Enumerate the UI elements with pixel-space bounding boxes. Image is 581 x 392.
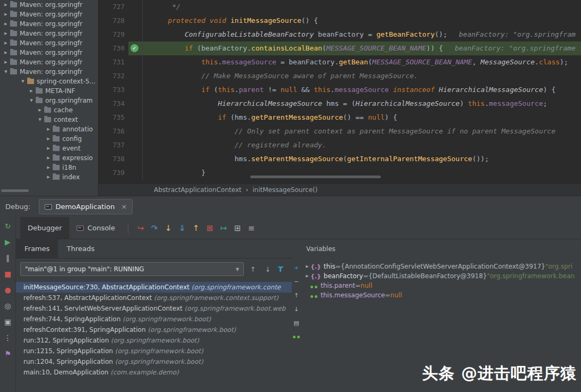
watch-row[interactable]: this.messageSource = null xyxy=(301,290,581,300)
code-line-729[interactable]: 729 ConfigurableListableBeanFactory bean… xyxy=(99,28,581,41)
gutter[interactable] xyxy=(128,55,143,69)
stack-frame-row[interactable]: refresh:744, SpringApplication (org.spri… xyxy=(16,314,292,324)
chevron-right-icon[interactable]: ▶ xyxy=(28,89,35,93)
step-out-icon[interactable]: ↑ xyxy=(189,223,203,233)
watch-row[interactable]: this.parent = null xyxy=(301,281,581,290)
tree-item[interactable]: ▼Maven: org.springfr xyxy=(0,67,98,77)
tree-item[interactable]: ▶Maven: org.springfr xyxy=(0,10,98,19)
tree-item[interactable]: ▶Maven: org.springfr xyxy=(0,38,98,48)
chevron-right-icon[interactable]: ▶ xyxy=(304,274,310,278)
gutter[interactable] xyxy=(128,124,143,138)
stop-icon[interactable]: ■ xyxy=(3,269,13,279)
code-line-730[interactable]: 730✓ if (beanFactory.containsLocalBean(M… xyxy=(99,41,581,55)
previous-frame-icon[interactable]: ↑ xyxy=(247,265,259,273)
tree-item[interactable]: ▶index xyxy=(0,172,98,182)
breakpoint-verified-icon[interactable]: ✓ xyxy=(130,44,138,52)
line-number[interactable]: 730 xyxy=(99,41,128,55)
tree-item[interactable]: ▶Maven: org.springfr xyxy=(0,19,98,29)
scroll-down-icon[interactable]: ↓ xyxy=(292,305,301,314)
pin-icon[interactable]: ⚑ xyxy=(3,348,13,359)
tree-scrollbar-thumb[interactable] xyxy=(1,189,29,192)
tree-item[interactable]: ▼org.springfram xyxy=(0,96,98,105)
pause-icon[interactable]: ∥ xyxy=(3,253,13,263)
chevron-down-icon[interactable]: ▼ xyxy=(28,98,35,103)
rerun-icon[interactable]: ↻ xyxy=(3,221,13,231)
breadcrumb-method[interactable]: initMessageSource() xyxy=(252,186,317,194)
step-into-icon[interactable]: ↓ xyxy=(161,223,175,233)
tree-item[interactable]: ▶Maven: org.springfr xyxy=(0,0,98,10)
gutter[interactable] xyxy=(128,69,143,83)
chevron-right-icon[interactable]: ▶ xyxy=(2,12,10,16)
add-watch-icon[interactable]: + xyxy=(292,264,301,272)
tab-demo-application[interactable]: DemoApplication × xyxy=(39,199,133,214)
line-number[interactable]: 731 xyxy=(99,55,128,69)
tree-item[interactable]: ▶annotatio xyxy=(0,124,98,134)
variable-row[interactable]: ▶{.}beanFactory = {DefaultListableBeanFa… xyxy=(301,271,581,281)
code-line-732[interactable]: 732 // Make MessageSource aware of paren… xyxy=(99,69,581,83)
line-number[interactable]: 727 xyxy=(99,0,128,14)
gutter[interactable] xyxy=(128,111,143,124)
gutter[interactable] xyxy=(128,138,143,152)
copy-stack-icon[interactable]: ▤ xyxy=(292,319,301,328)
chevron-right-icon[interactable]: ▶ xyxy=(2,60,10,64)
chevron-right-icon[interactable]: ▶ xyxy=(2,22,10,26)
stack-frame-row[interactable]: refresh:141, ServletWebServerApplication… xyxy=(16,303,292,314)
chevron-right-icon[interactable]: ▶ xyxy=(2,41,10,45)
chevron-right-icon[interactable]: ▶ xyxy=(45,137,52,141)
line-number[interactable]: 729 xyxy=(99,28,128,41)
chevron-right-icon[interactable]: ▶ xyxy=(45,127,52,131)
line-number[interactable]: 728 xyxy=(99,14,128,28)
gutter[interactable] xyxy=(128,166,143,180)
run-to-cursor-icon[interactable]: ↦ xyxy=(217,223,231,233)
chevron-right-icon[interactable]: ▶ xyxy=(2,51,10,55)
evaluate-expression-icon[interactable]: ⊞ xyxy=(231,223,244,233)
stack-frame-row[interactable]: run:1215, SpringApplication (org.springf… xyxy=(16,346,292,356)
tree-item[interactable]: ▶event xyxy=(0,144,98,153)
step-over-icon[interactable]: ↷ xyxy=(148,223,161,233)
chevron-right-icon[interactable]: ▶ xyxy=(2,31,10,36)
force-step-into-icon[interactable]: ⇓ xyxy=(175,223,189,233)
tree-item[interactable]: ▶Maven: org.springfr xyxy=(0,48,98,57)
chevron-right-icon[interactable]: ▶ xyxy=(45,165,52,170)
tab-threads[interactable]: Threads xyxy=(58,239,103,258)
line-number[interactable]: 732 xyxy=(99,69,128,83)
code-line-733[interactable]: 733 if (this.parent != null && this.mess… xyxy=(99,83,581,97)
chevron-right-icon[interactable]: ▶ xyxy=(36,108,44,112)
line-number[interactable]: 736 xyxy=(99,124,128,138)
gutter[interactable] xyxy=(128,83,143,97)
line-number[interactable]: 734 xyxy=(99,97,128,111)
code-line-738[interactable]: 738 hms.setParentMessageSource(getIntern… xyxy=(99,152,581,166)
line-number[interactable]: 739 xyxy=(99,166,128,180)
filter-frames-icon[interactable] xyxy=(277,265,284,273)
code-line-727[interactable]: 727 */ xyxy=(99,0,581,14)
collapse-icon[interactable]: − xyxy=(292,278,301,286)
tab-console[interactable]: Console xyxy=(69,217,122,239)
tree-item[interactable]: ▶i18n xyxy=(0,163,98,172)
editor-hscrollbar-thumb[interactable] xyxy=(250,176,381,178)
code-line-734[interactable]: 734 HierarchicalMessageSource hms = (Hie… xyxy=(99,97,581,111)
hide-library-frames-icon[interactable] xyxy=(293,336,300,338)
line-number[interactable]: 735 xyxy=(99,111,128,124)
stack-frame-row[interactable]: main:10, DemoApplication (com.example.de… xyxy=(16,367,292,378)
settings-icon[interactable]: ≡ xyxy=(244,223,258,233)
tree-item[interactable]: ▼context xyxy=(0,115,98,124)
view-breakpoints-icon[interactable]: ● xyxy=(3,285,13,295)
scroll-up-icon[interactable]: ↑ xyxy=(292,291,301,300)
stack-frame-row[interactable]: initMessageSource:730, AbstractApplicati… xyxy=(16,282,292,293)
mute-breakpoints-icon[interactable]: ◎ xyxy=(3,301,13,311)
code-line-728[interactable]: 728 protected void initMessageSource() { xyxy=(99,14,581,28)
tree-item[interactable]: ▶expressio xyxy=(0,153,98,163)
code-line-736[interactable]: 736 // Only set parent context as parent… xyxy=(99,124,581,138)
tab-frames[interactable]: Frames xyxy=(16,239,58,258)
tab-debugger[interactable]: Debugger xyxy=(20,217,69,239)
gutter[interactable] xyxy=(128,0,143,14)
code-line-735[interactable]: 735 if (hms.getParentMessageSource() == … xyxy=(99,111,581,124)
stack-frame-row[interactable]: run:1204, SpringApplication (org.springf… xyxy=(16,356,292,367)
chevron-right-icon[interactable]: ▶ xyxy=(45,175,52,179)
chevron-right-icon[interactable]: ▶ xyxy=(45,156,52,160)
tree-item[interactable]: ▶cache xyxy=(0,105,98,115)
tree-item[interactable]: ▼spring-context-5... xyxy=(0,77,98,86)
resume-icon[interactable]: ▶ xyxy=(3,237,13,247)
gutter[interactable] xyxy=(128,152,143,166)
thread-dump-icon[interactable]: ▣ xyxy=(3,316,13,327)
